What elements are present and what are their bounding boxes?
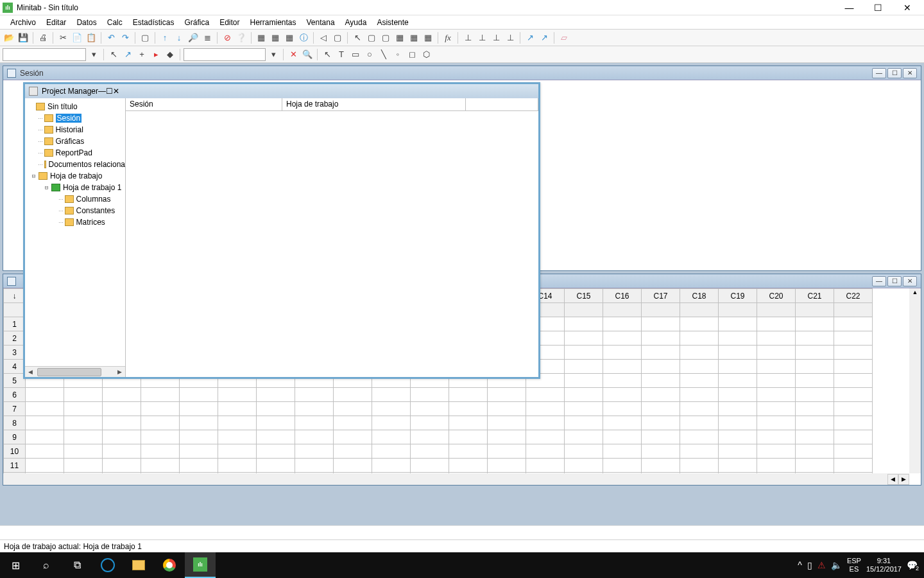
- cell[interactable]: [257, 444, 295, 459]
- cell[interactable]: [565, 317, 603, 331]
- cell[interactable]: [295, 416, 334, 430]
- cell[interactable]: [295, 430, 334, 444]
- cell[interactable]: [103, 402, 141, 416]
- cell[interactable]: [103, 388, 141, 402]
- cell[interactable]: [603, 430, 642, 444]
- column-label[interactable]: [680, 303, 719, 317]
- cell[interactable]: [834, 402, 873, 416]
- cell[interactable]: [26, 444, 64, 459]
- menu-archivo[interactable]: Archivo: [5, 17, 41, 28]
- text-tool-icon[interactable]: T: [335, 48, 348, 61]
- tree-reportpad[interactable]: ⋯ReportPad: [25, 147, 125, 159]
- cell[interactable]: [526, 388, 565, 402]
- row-header[interactable]: 8: [4, 416, 26, 430]
- cell[interactable]: [603, 331, 642, 346]
- menu-asistente[interactable]: Asistente: [372, 17, 413, 28]
- taskview-button[interactable]: ⧉: [62, 552, 92, 578]
- cell[interactable]: [488, 402, 526, 416]
- cell[interactable]: [334, 416, 372, 430]
- cut-icon[interactable]: ✂: [56, 31, 69, 44]
- cell[interactable]: [295, 459, 334, 473]
- tray-battery-icon[interactable]: ▯: [807, 560, 812, 570]
- cell[interactable]: [526, 416, 565, 430]
- scroll-up-icon[interactable]: ▲: [911, 289, 920, 299]
- cell[interactable]: [757, 402, 796, 416]
- cell[interactable]: [257, 388, 295, 402]
- crosshair-icon[interactable]: +: [135, 48, 148, 61]
- maximize-button[interactable]: ☐: [864, 0, 893, 15]
- cell[interactable]: [719, 360, 757, 374]
- cell[interactable]: [218, 459, 257, 473]
- cell[interactable]: [796, 346, 834, 360]
- pm-titlebar[interactable]: Project Manager — ☐ ✕: [25, 84, 538, 98]
- cell[interactable]: [796, 388, 834, 402]
- cell[interactable]: [64, 402, 103, 416]
- tool-3-icon[interactable]: ▦: [407, 31, 420, 44]
- cell[interactable]: [180, 459, 218, 473]
- cell[interactable]: [834, 346, 873, 360]
- cell[interactable]: [719, 459, 757, 473]
- cell[interactable]: [488, 444, 526, 459]
- cell[interactable]: [26, 430, 64, 444]
- cell[interactable]: [603, 416, 642, 430]
- cell[interactable]: [719, 331, 757, 346]
- tray-chevron-icon[interactable]: ^: [798, 560, 802, 570]
- cell[interactable]: [488, 459, 526, 473]
- dropdown-icon[interactable]: ▾: [87, 48, 100, 61]
- cell[interactable]: [103, 459, 141, 473]
- cell[interactable]: [372, 459, 411, 473]
- cell[interactable]: [642, 416, 680, 430]
- menu-editar[interactable]: Editar: [41, 17, 71, 28]
- cell[interactable]: [757, 444, 796, 459]
- column-header[interactable]: C19: [719, 289, 757, 303]
- cell[interactable]: [834, 360, 873, 374]
- cancel-icon[interactable]: ⊘: [221, 31, 234, 44]
- cell[interactable]: [218, 416, 257, 430]
- corner-cell[interactable]: ↓: [4, 289, 26, 303]
- menu-herramientas[interactable]: Herramientas: [245, 17, 302, 28]
- cell[interactable]: [642, 346, 680, 360]
- taskbar-chrome[interactable]: [154, 552, 185, 578]
- cell[interactable]: [180, 444, 218, 459]
- cell[interactable]: [719, 444, 757, 459]
- cell[interactable]: [411, 444, 449, 459]
- cell[interactable]: [526, 459, 565, 473]
- tool-1-icon[interactable]: ▢: [379, 31, 392, 44]
- row-header[interactable]: 7: [4, 402, 26, 416]
- cell[interactable]: [218, 430, 257, 444]
- cell[interactable]: [372, 416, 411, 430]
- cell[interactable]: [411, 402, 449, 416]
- cell[interactable]: [680, 374, 719, 388]
- tray-volume-icon[interactable]: 🔈: [831, 560, 842, 570]
- cell[interactable]: [680, 317, 719, 331]
- cell[interactable]: [757, 416, 796, 430]
- cell[interactable]: [141, 430, 180, 444]
- cell[interactable]: [719, 374, 757, 388]
- cell[interactable]: [642, 331, 680, 346]
- cell-ref-input[interactable]: [3, 48, 86, 61]
- cell[interactable]: [449, 388, 488, 402]
- cell[interactable]: [449, 430, 488, 444]
- column-header[interactable]: C22: [834, 289, 873, 303]
- cell[interactable]: [180, 388, 218, 402]
- column-label[interactable]: [796, 303, 834, 317]
- flag-icon[interactable]: ▸: [150, 48, 162, 61]
- cell[interactable]: [334, 388, 372, 402]
- cell[interactable]: [757, 459, 796, 473]
- cell[interactable]: [565, 402, 603, 416]
- cell[interactable]: [411, 416, 449, 430]
- worksheet-maximize-button[interactable]: ☐: [887, 276, 902, 286]
- cell[interactable]: [488, 430, 526, 444]
- cell[interactable]: [449, 444, 488, 459]
- cell[interactable]: [372, 388, 411, 402]
- cell[interactable]: [26, 388, 64, 402]
- tray-clock[interactable]: 9:31 15/12/2017: [866, 557, 902, 574]
- scroll-thumb[interactable]: [37, 368, 101, 376]
- cell[interactable]: [796, 374, 834, 388]
- tree-historial[interactable]: ⋯Historial: [25, 124, 125, 136]
- delete-icon[interactable]: ✕: [287, 48, 300, 61]
- cell[interactable]: [257, 402, 295, 416]
- help-icon[interactable]: ❔: [235, 31, 248, 44]
- cell[interactable]: [180, 416, 218, 430]
- cell[interactable]: [603, 346, 642, 360]
